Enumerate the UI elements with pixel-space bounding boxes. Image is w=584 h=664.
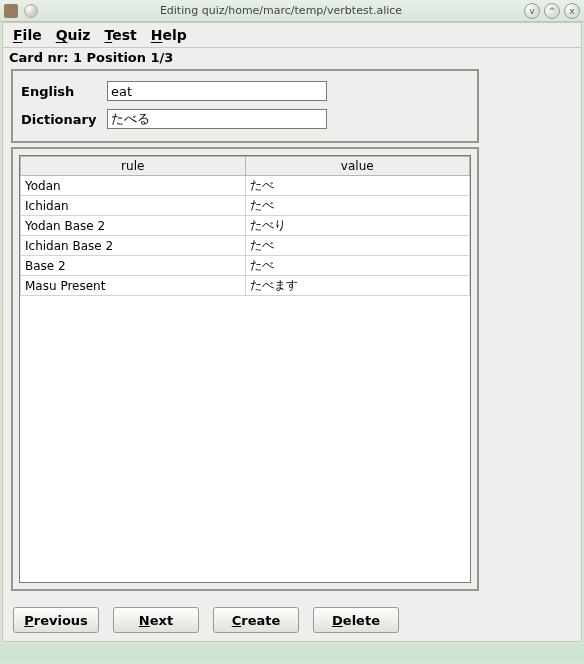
chevron-down-icon: v [529, 6, 534, 16]
close-button[interactable]: x [564, 3, 580, 19]
menu-help[interactable]: Help [151, 27, 187, 43]
english-input[interactable] [107, 81, 327, 101]
cell-value[interactable]: たべます [245, 276, 470, 296]
titlebar: Editing quiz/home/marc/temp/verbtest.ali… [0, 0, 584, 22]
col-value[interactable]: value [245, 157, 470, 176]
cell-value[interactable]: たべ [245, 196, 470, 216]
cell-rule[interactable]: Base 2 [21, 256, 246, 276]
table-row[interactable]: Ichidan Base 2たべ [21, 236, 470, 256]
table-row[interactable]: Ichidanたべ [21, 196, 470, 216]
dictionary-input[interactable] [107, 109, 327, 129]
conjugation-table: rule value YodanたべIchidanたべYodan Base 2た… [20, 156, 470, 296]
previous-button[interactable]: Previous [13, 607, 99, 633]
dictionary-label: Dictionary [21, 112, 101, 127]
entry-form: English Dictionary [11, 69, 479, 143]
window-title: Editing quiz/home/marc/temp/verbtest.ali… [38, 4, 524, 17]
card-position-label: Card nr: 1 Position 1/3 [3, 48, 581, 67]
minimize-button[interactable]: v [524, 3, 540, 19]
app-secondary-icon [24, 4, 38, 18]
menu-test[interactable]: Test [105, 27, 137, 43]
close-icon: x [569, 6, 574, 16]
cell-rule[interactable]: Ichidan Base 2 [21, 236, 246, 256]
maximize-button[interactable]: ^ [544, 3, 560, 19]
menu-file[interactable]: File [13, 27, 42, 43]
cell-value[interactable]: たべ [245, 176, 470, 196]
footer [0, 644, 584, 662]
next-button[interactable]: Next [113, 607, 199, 633]
conjugation-panel: rule value YodanたべIchidanたべYodan Base 2た… [11, 147, 479, 591]
col-rule[interactable]: rule [21, 157, 246, 176]
delete-button[interactable]: Delete [313, 607, 399, 633]
table-row[interactable]: Base 2たべ [21, 256, 470, 276]
table-row[interactable]: Yodan Base 2たべり [21, 216, 470, 236]
app-icon [4, 4, 18, 18]
cell-value[interactable]: たべ [245, 256, 470, 276]
cell-rule[interactable]: Masu Present [21, 276, 246, 296]
menubar: File Quiz Test Help [3, 23, 581, 48]
cell-rule[interactable]: Yodan Base 2 [21, 216, 246, 236]
conjugation-table-wrap: rule value YodanたべIchidanたべYodan Base 2た… [19, 155, 471, 583]
english-label: English [21, 84, 101, 99]
chevron-up-icon: ^ [548, 6, 556, 16]
menu-quiz[interactable]: Quiz [56, 27, 91, 43]
create-button[interactable]: Create [213, 607, 299, 633]
table-row[interactable]: Yodanたべ [21, 176, 470, 196]
cell-rule[interactable]: Ichidan [21, 196, 246, 216]
table-row[interactable]: Masu Presentたべます [21, 276, 470, 296]
cell-value[interactable]: たべ [245, 236, 470, 256]
main-window: File Quiz Test Help Card nr: 1 Position … [2, 22, 582, 642]
cell-rule[interactable]: Yodan [21, 176, 246, 196]
button-row: Previous Next Create Delete [3, 593, 581, 637]
cell-value[interactable]: たべり [245, 216, 470, 236]
